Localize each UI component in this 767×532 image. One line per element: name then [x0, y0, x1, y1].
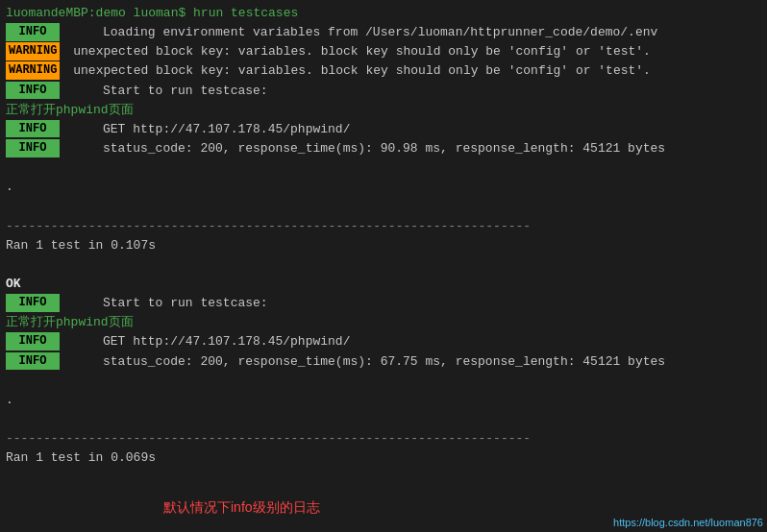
empty-line: [6, 197, 761, 216]
terminal-line: 正常打开phpwind页面: [6, 313, 761, 332]
info-badge: INFO: [6, 82, 60, 100]
chinese-text: 正常打开phpwind页面: [6, 313, 134, 332]
terminal-window: luomandeMBP:demo luoman$ hrun testcases …: [0, 0, 767, 532]
line-text: unexpected block key: variables. block k…: [65, 42, 651, 61]
line-text: GET http://47.107.178.45/phpwind/: [65, 120, 350, 139]
empty-line: [6, 255, 761, 275]
terminal-line: INFO Start to run testcase:: [6, 294, 761, 313]
terminal-line: .: [6, 178, 761, 197]
terminal-line: WARNING unexpected block key: variables.…: [6, 61, 761, 81]
empty-line: [6, 410, 761, 429]
url-note: https://blog.csdn.net/luoman876: [613, 517, 763, 528]
line-text: Start to run testcase:: [65, 294, 268, 313]
ran-line: Ran 1 test in 0.069s: [6, 448, 761, 468]
dot-text: .: [6, 391, 13, 410]
dot-text: .: [6, 178, 13, 197]
warning-badge: WARNING: [6, 61, 60, 80]
terminal-line: INFO Loading environment variables from …: [6, 23, 761, 42]
line-text: status_code: 200, response_time(ms): 67.…: [65, 352, 665, 372]
line-text: Loading environment variables from /User…: [65, 23, 657, 42]
empty-line: [6, 158, 761, 178]
terminal-line: OK: [6, 275, 761, 294]
terminal-line: INFO Start to run testcase:: [6, 82, 761, 101]
ran-line: Ran 1 test in 0.107s: [6, 236, 761, 255]
line-text: unexpected block key: variables. block k…: [65, 61, 651, 81]
terminal-line: WARNING unexpected block key: variables.…: [6, 42, 761, 61]
prompt-text: luomandeMBP:demo luoman$ hrun testcases: [6, 4, 298, 23]
line-text: status_code: 200, response_time(ms): 90.…: [65, 139, 665, 158]
line-text: Start to run testcase:: [65, 82, 268, 101]
info-badge: INFO: [6, 23, 60, 41]
divider-line: ----------------------------------------…: [6, 429, 761, 448]
terminal-line: INFO status_code: 200, response_time(ms)…: [6, 139, 761, 158]
info-badge: INFO: [6, 352, 60, 371]
warning-badge: WARNING: [6, 42, 60, 60]
divider-line: ----------------------------------------…: [6, 217, 761, 236]
terminal-line: INFO GET http://47.107.178.45/phpwind/: [6, 332, 761, 351]
line-text: GET http://47.107.178.45/phpwind/: [65, 332, 350, 351]
terminal-line: INFO GET http://47.107.178.45/phpwind/: [6, 120, 761, 139]
info-badge: INFO: [6, 332, 60, 351]
info-badge: INFO: [6, 120, 60, 138]
chinese-text: 正常打开phpwind页面: [6, 101, 134, 120]
empty-line: [6, 372, 761, 391]
terminal-line: luomandeMBP:demo luoman$ hrun testcases: [6, 4, 761, 23]
terminal-line: .: [6, 391, 761, 410]
terminal-line: INFO status_code: 200, response_time(ms)…: [6, 352, 761, 372]
info-badge: INFO: [6, 139, 60, 157]
terminal-line: 正常打开phpwind页面: [6, 101, 761, 120]
annotation-text: 默认情况下info级别的日志: [163, 499, 320, 517]
info-badge: INFO: [6, 294, 60, 312]
ok-text: OK: [6, 275, 21, 294]
